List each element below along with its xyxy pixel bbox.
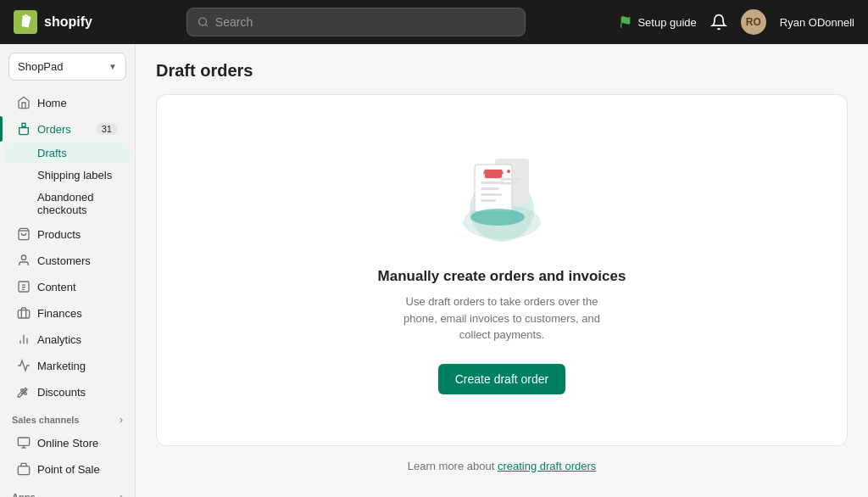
store-name: ShopPad [18, 60, 64, 73]
sidebar-item-online-store-label: Online Store [37, 437, 98, 450]
user-name[interactable]: Ryan ODonnell [780, 16, 854, 29]
svg-rect-3 [22, 123, 25, 126]
sidebar-item-finances-label: Finances [37, 307, 82, 320]
search-bar[interactable] [186, 8, 526, 36]
marketing-icon [17, 359, 31, 372]
svg-rect-10 [18, 310, 29, 318]
sidebar-item-finances[interactable]: Finances [5, 300, 130, 326]
finances-icon [17, 306, 31, 320]
sidebar-item-marketing[interactable]: Marketing [5, 353, 130, 378]
expand-apps-icon[interactable]: › [120, 491, 123, 497]
svg-rect-28 [481, 193, 502, 196]
sidebar-item-discounts-label: Discounts [37, 386, 86, 399]
orders-icon [17, 122, 31, 136]
sales-channels-section: Sales channels › [0, 405, 135, 429]
svg-point-5 [21, 255, 25, 260]
logo-text: shopify [44, 14, 92, 30]
svg-point-1 [198, 18, 206, 25]
analytics-icon [17, 332, 31, 346]
avatar[interactable]: RO [741, 9, 766, 35]
sidebar-item-products[interactable]: Products [5, 221, 130, 247]
sidebar-item-abandoned-checkouts[interactable]: Abandoned checkouts [5, 187, 130, 221]
sidebar-item-shipping-labels-label: Shipping labels [37, 169, 112, 181]
sidebar-item-analytics[interactable]: Analytics [5, 327, 130, 352]
logo[interactable]: shopify [14, 10, 92, 34]
draft-orders-illustration [451, 146, 553, 248]
learn-more-section: Learn more about creating draft orders [156, 460, 848, 472]
nav-right-area: Setup guide RO Ryan ODonnell [619, 9, 854, 35]
svg-point-33 [512, 170, 515, 173]
sidebar-item-analytics-label: Analytics [37, 333, 81, 346]
sidebar-item-discounts[interactable]: Discounts [5, 379, 130, 405]
chevron-down-icon: ▼ [108, 62, 117, 71]
svg-point-36 [470, 209, 525, 226]
setup-guide-button[interactable]: Setup guide [619, 15, 696, 29]
svg-rect-17 [18, 438, 29, 445]
sidebar-item-drafts-label: Drafts [37, 147, 67, 159]
search-input[interactable] [215, 15, 515, 29]
sidebar-item-content-label: Content [37, 281, 76, 293]
sidebar-item-content[interactable]: Content [5, 274, 130, 299]
create-draft-order-button[interactable]: Create draft order [438, 364, 566, 394]
store-selector[interactable]: ShopPad ▼ [8, 53, 126, 81]
sidebar-item-orders[interactable]: Orders 31 [5, 116, 130, 142]
content-icon [17, 280, 31, 293]
customers-icon [17, 254, 31, 267]
home-icon [17, 96, 31, 109]
flag-icon [619, 15, 632, 29]
sidebar-item-home-label: Home [37, 97, 67, 109]
pos-icon [17, 462, 31, 476]
page-title: Draft orders [156, 61, 848, 81]
empty-state-card: Manually create orders and invoices Use … [156, 94, 848, 446]
creating-draft-orders-link[interactable]: creating draft orders [498, 460, 596, 472]
apps-label: Apps [12, 492, 36, 497]
sidebar-item-orders-label: Orders [37, 123, 71, 136]
sidebar-item-drafts[interactable]: Drafts [5, 142, 130, 164]
sidebar-item-customers-label: Customers [37, 254, 91, 267]
sidebar-nav: Home Orders 31 Drafts Shipping labels Ab… [0, 86, 135, 497]
orders-badge: 31 [96, 123, 118, 135]
svg-rect-34 [500, 178, 521, 181]
main-content: Draft orders [136, 44, 868, 497]
svg-rect-27 [481, 187, 499, 190]
empty-state-description: Use draft orders to take orders over the… [392, 293, 612, 343]
empty-state-heading: Manually create orders and invoices [378, 268, 626, 285]
online-store-icon [17, 436, 31, 450]
sidebar-item-shipping-labels[interactable]: Shipping labels [5, 165, 130, 186]
svg-rect-29 [481, 199, 496, 202]
svg-rect-35 [500, 182, 517, 185]
sidebar-item-pos-label: Point of Sale [37, 463, 100, 476]
top-navigation: shopify Setup guide RO Ryan ODonnell [0, 0, 868, 44]
shopify-logo-icon [14, 10, 37, 34]
sidebar-item-marketing-label: Marketing [37, 360, 86, 372]
sidebar: ShopPad ▼ Home Orders 31 Drafts [0, 44, 136, 497]
search-icon [198, 16, 209, 28]
sidebar-item-pos[interactable]: Point of Sale [5, 456, 130, 482]
sidebar-item-home[interactable]: Home [5, 90, 130, 115]
sales-channels-label: Sales channels [12, 415, 80, 425]
main-layout: ShopPad ▼ Home Orders 31 Drafts [0, 44, 868, 497]
expand-sales-channels-icon[interactable]: › [120, 414, 123, 426]
apps-section: Apps › [0, 483, 135, 497]
svg-rect-20 [18, 466, 29, 475]
discounts-icon [17, 385, 31, 399]
sidebar-item-online-store[interactable]: Online Store [5, 430, 130, 455]
products-icon [17, 227, 31, 241]
sidebar-item-customers[interactable]: Customers [5, 248, 130, 273]
bell-icon[interactable] [710, 14, 727, 31]
sidebar-item-products-label: Products [37, 228, 81, 241]
setup-guide-label: Setup guide [637, 16, 696, 29]
learn-more-prefix: Learn more about [408, 460, 498, 472]
sidebar-item-abandoned-checkouts-label: Abandoned checkouts [37, 191, 94, 216]
svg-point-32 [507, 170, 510, 173]
